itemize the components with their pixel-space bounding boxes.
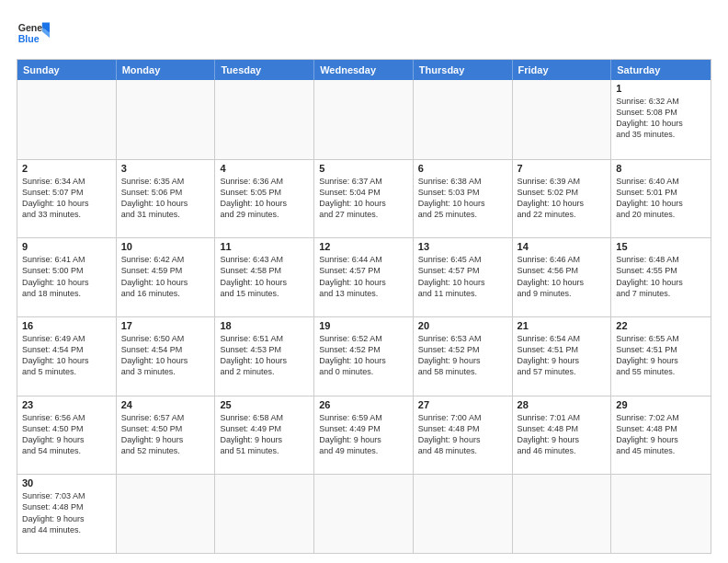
calendar-cell [414,475,513,553]
day-info: Sunrise: 6:36 AM Sunset: 5:05 PM Dayligh… [220,176,309,221]
calendar-cell: 11Sunrise: 6:43 AM Sunset: 4:58 PM Dayli… [215,238,314,316]
weekday-header: Saturday [611,60,711,80]
calendar-cell: 4Sunrise: 6:36 AM Sunset: 5:05 PM Daylig… [215,160,314,238]
day-info: Sunrise: 6:40 AM Sunset: 5:01 PM Dayligh… [616,176,706,221]
day-number: 16 [22,320,111,331]
day-number: 20 [418,320,507,331]
calendar: SundayMondayTuesdayWednesdayThursdayFrid… [17,59,711,554]
day-number: 7 [518,163,607,174]
calendar-header: SundayMondayTuesdayWednesdayThursdayFrid… [17,60,711,80]
day-number: 30 [22,477,111,488]
day-info: Sunrise: 6:55 AM Sunset: 4:51 PM Dayligh… [616,333,706,378]
day-info: Sunrise: 6:59 AM Sunset: 4:49 PM Dayligh… [319,412,408,457]
day-info: Sunrise: 6:57 AM Sunset: 4:50 PM Dayligh… [121,412,210,457]
day-info: Sunrise: 6:51 AM Sunset: 4:53 PM Dayligh… [220,333,309,378]
calendar-cell [17,80,117,159]
weekday-header: Friday [513,60,612,80]
day-number: 25 [220,399,309,410]
weekday-header: Thursday [414,60,513,80]
calendar-cell: 30Sunrise: 7:03 AM Sunset: 4:48 PM Dayli… [17,475,117,553]
calendar-cell [215,80,314,159]
day-number: 14 [518,241,607,252]
calendar-cell: 6Sunrise: 6:38 AM Sunset: 5:03 PM Daylig… [414,160,513,238]
day-number: 2 [22,163,111,174]
day-number: 4 [220,163,309,174]
svg-text:Blue: Blue [18,33,40,44]
day-number: 29 [616,399,706,410]
calendar-cell: 1Sunrise: 6:32 AM Sunset: 5:08 PM Daylig… [611,80,711,159]
day-info: Sunrise: 6:34 AM Sunset: 5:07 PM Dayligh… [22,176,111,221]
day-number: 9 [22,241,111,252]
day-info: Sunrise: 6:58 AM Sunset: 4:49 PM Dayligh… [220,412,309,457]
day-number: 8 [616,163,706,174]
weekday-header: Tuesday [215,60,314,80]
day-number: 15 [616,241,706,252]
day-number: 24 [121,399,210,410]
day-number: 12 [319,241,408,252]
day-info: Sunrise: 6:38 AM Sunset: 5:03 PM Dayligh… [418,176,507,221]
day-info: Sunrise: 6:54 AM Sunset: 4:51 PM Dayligh… [518,333,607,378]
calendar-cell [611,475,711,553]
calendar-cell: 12Sunrise: 6:44 AM Sunset: 4:57 PM Dayli… [314,238,414,316]
day-number: 19 [319,320,408,331]
day-number: 18 [220,320,309,331]
calendar-body: 1Sunrise: 6:32 AM Sunset: 5:08 PM Daylig… [17,80,711,553]
day-number: 27 [418,399,507,410]
day-info: Sunrise: 6:49 AM Sunset: 4:54 PM Dayligh… [22,333,111,378]
day-info: Sunrise: 7:00 AM Sunset: 4:48 PM Dayligh… [418,412,507,457]
calendar-cell: 26Sunrise: 6:59 AM Sunset: 4:49 PM Dayli… [314,396,414,475]
calendar-cell: 14Sunrise: 6:46 AM Sunset: 4:56 PM Dayli… [513,238,612,316]
calendar-cell: 20Sunrise: 6:53 AM Sunset: 4:52 PM Dayli… [414,317,513,396]
day-number: 17 [121,320,210,331]
page-header: General Blue [17,17,711,50]
day-number: 13 [418,241,507,252]
day-info: Sunrise: 7:02 AM Sunset: 4:48 PM Dayligh… [616,412,706,457]
calendar-cell: 13Sunrise: 6:45 AM Sunset: 4:57 PM Dayli… [414,238,513,316]
day-number: 3 [121,163,210,174]
day-info: Sunrise: 7:01 AM Sunset: 4:48 PM Dayligh… [518,412,607,457]
calendar-cell: 24Sunrise: 6:57 AM Sunset: 4:50 PM Dayli… [117,396,216,475]
calendar-cell: 25Sunrise: 6:58 AM Sunset: 4:49 PM Dayli… [215,396,314,475]
calendar-cell [414,80,513,159]
weekday-header: Wednesday [314,60,414,80]
day-info: Sunrise: 6:32 AM Sunset: 5:08 PM Dayligh… [616,96,706,141]
day-info: Sunrise: 7:03 AM Sunset: 4:48 PM Dayligh… [22,490,111,535]
calendar-cell [117,475,216,553]
calendar-cell: 21Sunrise: 6:54 AM Sunset: 4:51 PM Dayli… [513,317,612,396]
day-number: 10 [121,241,210,252]
calendar-cell: 5Sunrise: 6:37 AM Sunset: 5:04 PM Daylig… [314,160,414,238]
calendar-cell [513,80,612,159]
day-info: Sunrise: 6:45 AM Sunset: 4:57 PM Dayligh… [418,254,507,299]
calendar-cell: 7Sunrise: 6:39 AM Sunset: 5:02 PM Daylig… [513,160,612,238]
calendar-cell [117,80,216,159]
day-info: Sunrise: 6:39 AM Sunset: 5:02 PM Dayligh… [518,176,607,221]
calendar-cell: 18Sunrise: 6:51 AM Sunset: 4:53 PM Dayli… [215,317,314,396]
day-number: 1 [616,83,706,94]
calendar-cell [314,475,414,553]
calendar-cell: 8Sunrise: 6:40 AM Sunset: 5:01 PM Daylig… [611,160,711,238]
day-info: Sunrise: 6:48 AM Sunset: 4:55 PM Dayligh… [616,254,706,299]
day-info: Sunrise: 6:53 AM Sunset: 4:52 PM Dayligh… [418,333,507,378]
calendar-cell: 2Sunrise: 6:34 AM Sunset: 5:07 PM Daylig… [17,160,117,238]
calendar-cell: 27Sunrise: 7:00 AM Sunset: 4:48 PM Dayli… [414,396,513,475]
calendar-cell: 23Sunrise: 6:56 AM Sunset: 4:50 PM Dayli… [17,396,117,475]
day-info: Sunrise: 6:46 AM Sunset: 4:56 PM Dayligh… [518,254,607,299]
day-number: 5 [319,163,408,174]
day-number: 6 [418,163,507,174]
day-number: 21 [518,320,607,331]
day-number: 26 [319,399,408,410]
calendar-cell: 22Sunrise: 6:55 AM Sunset: 4:51 PM Dayli… [611,317,711,396]
day-number: 22 [616,320,706,331]
day-number: 28 [518,399,607,410]
calendar-cell: 19Sunrise: 6:52 AM Sunset: 4:52 PM Dayli… [314,317,414,396]
weekday-header: Monday [117,60,216,80]
calendar-cell: 15Sunrise: 6:48 AM Sunset: 4:55 PM Dayli… [611,238,711,316]
day-info: Sunrise: 6:50 AM Sunset: 4:54 PM Dayligh… [121,333,210,378]
calendar-cell: 16Sunrise: 6:49 AM Sunset: 4:54 PM Dayli… [17,317,117,396]
logo: General Blue [17,17,50,50]
day-info: Sunrise: 6:41 AM Sunset: 5:00 PM Dayligh… [22,254,111,299]
day-info: Sunrise: 6:43 AM Sunset: 4:58 PM Dayligh… [220,254,309,299]
calendar-cell [215,475,314,553]
calendar-cell: 10Sunrise: 6:42 AM Sunset: 4:59 PM Dayli… [117,238,216,316]
calendar-cell: 28Sunrise: 7:01 AM Sunset: 4:48 PM Dayli… [513,396,612,475]
